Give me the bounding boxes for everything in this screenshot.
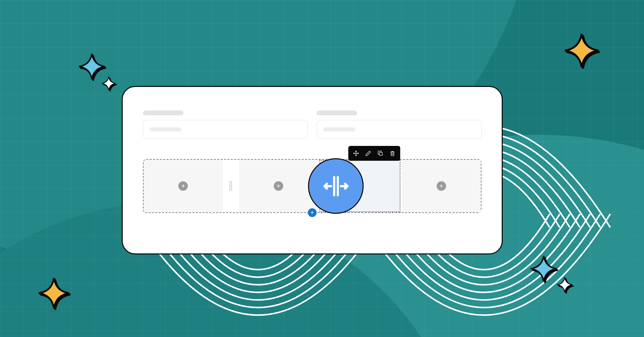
copy-button[interactable] (375, 149, 386, 158)
layout-editor-card: + + + (122, 86, 503, 254)
copy-icon (377, 150, 383, 156)
edit-button[interactable] (362, 149, 374, 158)
plus-icon: + (311, 209, 314, 216)
sparkle-icon (563, 32, 600, 70)
edit-icon (365, 150, 371, 156)
add-row-button[interactable]: + (308, 208, 317, 217)
sparkle-icon (556, 276, 573, 295)
cell-toolbar (348, 146, 400, 161)
trash-icon (389, 150, 396, 156)
split-horizontal-icon (321, 171, 351, 201)
layout-cell[interactable]: + (402, 160, 481, 212)
drag-handle-icon (230, 181, 232, 191)
plus-icon: + (439, 183, 443, 189)
layout-cell[interactable]: + (239, 160, 318, 212)
form-field (317, 111, 481, 139)
input-placeholder (149, 127, 181, 131)
sparkle-icon (529, 254, 558, 284)
field-label-placeholder (317, 111, 357, 115)
text-input[interactable] (143, 120, 308, 139)
form-fields-row (143, 111, 481, 139)
delete-button[interactable] (387, 149, 398, 158)
layout-builder-row: + + + (143, 159, 481, 213)
field-label-placeholder (143, 111, 183, 115)
sparkle-icon (101, 76, 116, 92)
form-field (143, 111, 308, 139)
plus-icon: + (181, 183, 185, 189)
move-button[interactable] (350, 149, 362, 158)
input-placeholder (323, 127, 355, 131)
column-divider[interactable] (224, 160, 238, 212)
split-column-button[interactable] (308, 158, 364, 214)
add-content-button[interactable]: + (274, 181, 283, 191)
add-content-button[interactable]: + (437, 181, 446, 191)
sparkle-icon (37, 276, 71, 311)
plus-icon: + (276, 183, 281, 189)
svg-rect-0 (379, 152, 382, 155)
add-content-button[interactable]: + (178, 181, 188, 191)
text-input[interactable] (317, 120, 481, 139)
layout-cell[interactable]: + (144, 160, 223, 212)
move-icon (353, 150, 359, 156)
